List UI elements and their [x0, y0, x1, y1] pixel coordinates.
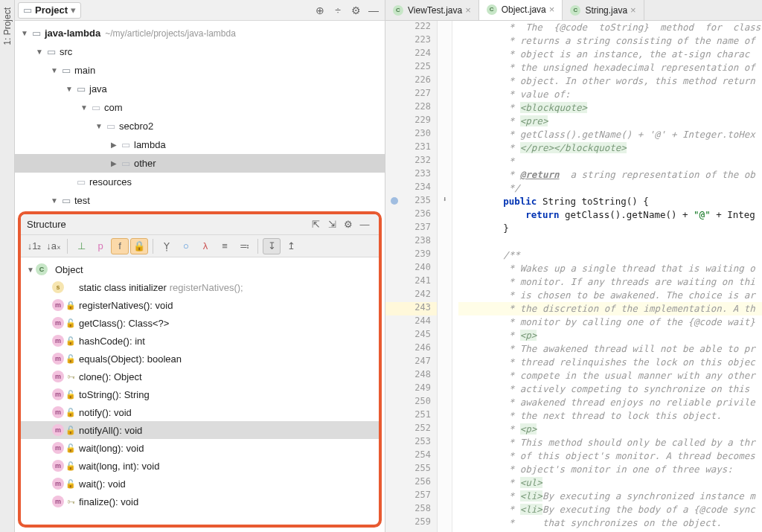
show-properties-button[interactable]: p	[92, 238, 109, 254]
autoscroll-to-button[interactable]: ↧	[263, 238, 281, 254]
show-interfaces-button[interactable]: ○	[177, 238, 195, 254]
project-tree[interactable]: ▼▭java-lambda~/my/article/projects/java-…	[15, 21, 385, 210]
structure-member[interactable]: m🔓hashCode(): int	[21, 332, 379, 350]
structure-member[interactable]: m🔒registerNatives(): void	[21, 296, 379, 314]
code-line[interactable]: * The {@code toString} method for class …	[458, 21, 762, 34]
code-line[interactable]: * awakened thread enjoys no reliable pri…	[458, 396, 762, 409]
structure-member[interactable]: m🔓wait(): void	[21, 475, 379, 493]
autoscroll-from-button[interactable]: ↥	[282, 238, 300, 254]
chevron-icon[interactable]: ▼	[79, 103, 89, 112]
chevron-icon[interactable]: ▼	[94, 122, 104, 130]
code-line[interactable]: * of this object's monitor. A thread bec…	[458, 449, 762, 463]
editor-tab-String-java[interactable]: CString.java×	[563, 0, 644, 21]
code-line[interactable]: *	[458, 155, 762, 168]
project-view-selector[interactable]: ▭ Project ▾	[18, 2, 81, 19]
chevron-icon[interactable]: ▼	[49, 66, 60, 74]
structure-member[interactable]: m🔓getClass(): Class<?>	[21, 314, 379, 332]
structure-member[interactable]: m🗝finalize(): void	[21, 493, 379, 510]
code-line[interactable]: * <ul>	[458, 476, 762, 490]
chevron-icon[interactable]: ▶	[109, 159, 119, 167]
collapse-level-button[interactable]: ≕	[235, 238, 253, 254]
tree-row-lambda[interactable]: ▶▭lambda	[15, 135, 385, 154]
chevron-icon[interactable]: ▼	[19, 29, 30, 37]
code-line[interactable]: * @return a string representation of the…	[458, 168, 762, 182]
chevron-icon[interactable]: ▼	[25, 266, 36, 274]
code-line[interactable]	[458, 235, 762, 249]
hide-icon[interactable]: —	[365, 2, 382, 19]
project-stripe-label[interactable]: 1: Project	[2, 3, 13, 50]
code-line[interactable]: * thread relinquishes the lock on this o…	[458, 356, 762, 369]
code-line[interactable]: * returns a string consisting of the nam…	[458, 34, 762, 48]
structure-member[interactable]: m🗝clone(): Object	[21, 368, 379, 385]
code-line[interactable]: */	[458, 182, 762, 195]
expand-all-icon[interactable]: ⇱	[307, 217, 324, 233]
tree-row-com[interactable]: ▼▭com	[15, 98, 385, 117]
code-line[interactable]: * getClass().getName() + '@' + Integer.t…	[458, 128, 762, 141]
code-area[interactable]: * The {@code toString} method for class …	[452, 21, 762, 532]
structure-tree[interactable]: ▼CObjectsstatic class initializer regist…	[21, 257, 379, 525]
expand-level-button[interactable]: ≡	[216, 238, 234, 254]
structure-member[interactable]: m🔓equals(Object): boolean	[21, 350, 379, 368]
close-icon[interactable]: ×	[465, 4, 471, 16]
structure-member[interactable]: m🔓notify(): void	[21, 403, 379, 421]
code-line[interactable]: * compete in the usual manner with any o…	[458, 369, 762, 382]
code-line[interactable]: * <p>	[458, 329, 762, 342]
code-line[interactable]: * the unsigned hexadecimal representatio…	[458, 61, 762, 74]
code-line[interactable]: * Wakes up a single thread that is waiti…	[458, 262, 762, 275]
code-line[interactable]: * The awakened thread will not be able t…	[458, 342, 762, 356]
sort-numeric-button[interactable]: ↓1₂	[25, 238, 43, 254]
code-line[interactable]: * <blockquote>	[458, 101, 762, 115]
gear-icon[interactable]: ⚙	[340, 217, 356, 233]
structure-member[interactable]: m🔓wait(long, int): void	[21, 457, 379, 475]
show-members-button[interactable]: ⊥	[72, 238, 90, 254]
code-line[interactable]: * monitor by calling one of the {@code w…	[458, 315, 762, 329]
editor-tab-Object-java[interactable]: CObject.java×	[479, 0, 563, 21]
tree-row-java-lambda[interactable]: ▼▭java-lambda~/my/article/projects/java-…	[15, 24, 385, 42]
code-line[interactable]: * the next thread to lock this object.	[458, 409, 762, 423]
collapse-all-icon[interactable]: ⇲	[324, 217, 340, 233]
close-icon[interactable]: ×	[630, 4, 636, 16]
code-line[interactable]: * <p>	[458, 423, 762, 436]
code-line[interactable]: * is chosen to be awakened. The choice i…	[458, 289, 762, 302]
locate-icon[interactable]: ⊕	[312, 2, 328, 19]
structure-member[interactable]: sstatic class initializer registerNative…	[21, 278, 379, 296]
chevron-icon[interactable]: ▼	[64, 85, 74, 93]
code-line[interactable]: * </pre></blockquote>	[458, 141, 762, 155]
code-line[interactable]: * monitor. If any threads are waiting on…	[458, 275, 762, 289]
tree-row-other[interactable]: ▶▭other	[15, 154, 385, 173]
sort-alpha-button[interactable]: ↓aₓ	[45, 238, 63, 254]
show-lambda-button[interactable]: λ	[196, 238, 214, 254]
code-line[interactable]: * <li>By executing a synchronized instan…	[458, 490, 762, 503]
code-line[interactable]: * that synchronizes on the object.	[458, 516, 762, 530]
show-fields-button[interactable]: f	[111, 238, 129, 254]
collapse-icon[interactable]: ÷	[330, 2, 346, 19]
tree-row-java[interactable]: ▼▭java	[15, 80, 385, 98]
structure-member[interactable]: m🔓wait(long): void	[21, 439, 379, 457]
structure-member[interactable]: m🔓toString(): String	[21, 385, 379, 403]
tree-row-secbro2[interactable]: ▼▭secbro2	[15, 117, 385, 135]
hide-icon[interactable]: —	[356, 217, 373, 233]
code-line[interactable]: * This method should only be called by a…	[458, 436, 762, 449]
tool-stripe[interactable]: 1: Project	[0, 0, 15, 532]
code-line[interactable]: * <pre>	[458, 115, 762, 128]
code-line[interactable]: }	[458, 222, 762, 235]
code-line[interactable]: return getClass().getName() + "@" + Inte…	[458, 208, 762, 222]
tree-row-test[interactable]: ▼▭test	[15, 191, 385, 210]
structure-root[interactable]: ▼CObject	[21, 260, 379, 278]
chevron-icon[interactable]: ▼	[49, 196, 60, 205]
chevron-icon[interactable]: ▶	[109, 141, 119, 149]
structure-member[interactable]: m🔓notifyAll(): void	[21, 421, 379, 439]
code-line[interactable]: * actively competing to synchronize on t…	[458, 382, 762, 396]
tree-row-resources[interactable]: ▭resources	[15, 173, 385, 191]
gear-icon[interactable]: ⚙	[348, 2, 364, 19]
editor-tab-ViewTest-java[interactable]: CViewTest.java×	[385, 0, 479, 21]
code-line[interactable]: * object. In other words, this method re…	[458, 74, 762, 88]
code-line[interactable]: * object's monitor in one of three ways:	[458, 463, 762, 476]
close-icon[interactable]: ×	[549, 4, 555, 15]
tree-row-main[interactable]: ▼▭main	[15, 61, 385, 80]
chevron-icon[interactable]: ▼	[34, 48, 45, 56]
code-line[interactable]: * value of:	[458, 88, 762, 101]
show-supertypes-button[interactable]: Ỵ	[158, 238, 176, 254]
show-lock-button[interactable]: 🔒	[130, 238, 148, 254]
code-line[interactable]: public String toString() {	[458, 195, 762, 208]
